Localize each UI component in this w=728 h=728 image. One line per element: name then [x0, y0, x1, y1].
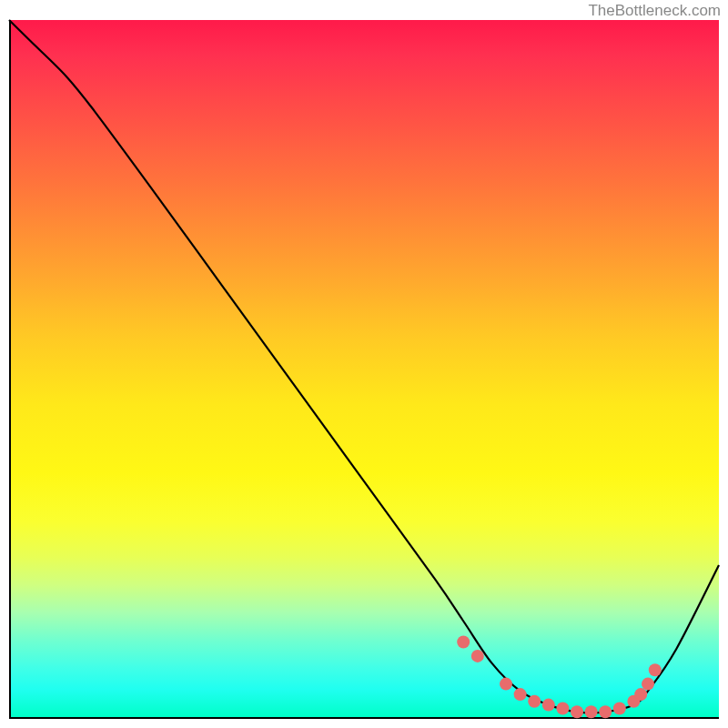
marker-dot	[471, 650, 484, 662]
marker-dot	[556, 703, 569, 715]
watermark-text: TheBottleneck.com	[588, 2, 721, 20]
marker-dot	[528, 695, 541, 708]
chart-svg	[9, 20, 719, 719]
marker-dot	[599, 705, 612, 718]
marker-dot	[613, 703, 626, 715]
marker-dot	[542, 699, 555, 712]
marker-dot	[634, 688, 647, 701]
marker-dot	[642, 678, 654, 691]
marker-dot	[457, 636, 470, 649]
marker-dot	[649, 663, 662, 676]
line-series-curve	[9, 20, 719, 713]
marker-dot	[571, 705, 583, 718]
marker-group	[457, 636, 662, 719]
marker-dot	[585, 705, 598, 718]
marker-dot	[514, 688, 527, 701]
marker-dot	[500, 678, 512, 691]
